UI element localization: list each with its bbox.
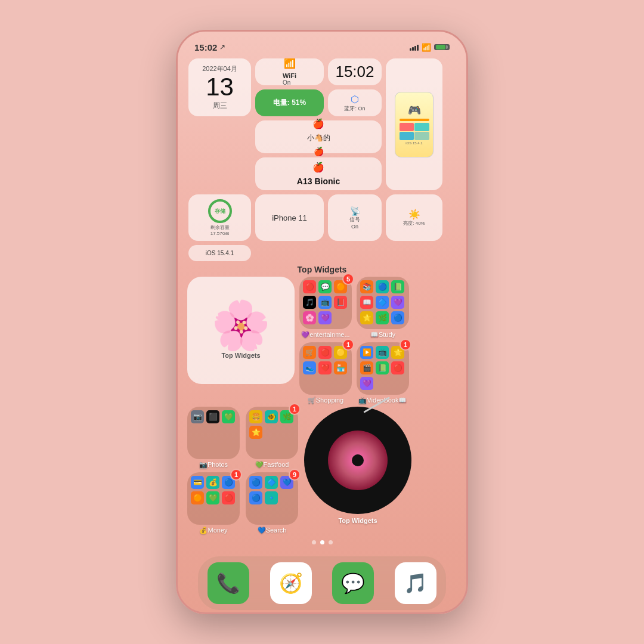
photos-folder[interactable]: 📷 ⬛ 💚 📷Photos [187, 407, 240, 469]
douyin-icon: 🎵 [303, 296, 316, 309]
storage-circle: 存储 [208, 199, 232, 223]
photos5-spacer [206, 426, 219, 439]
app7-icon: 🌸 [303, 311, 316, 324]
apps-row-2: 📷 ⬛ 💚 📷Photos 1 [187, 407, 457, 534]
vb9-spacer [391, 377, 404, 390]
name-widget: 🍎 小🐴的 🍎 [255, 120, 382, 153]
study-video-folders: 📚 🔵 📗 📖 🔷 💜 ⭐ 🌿 🔵 📖Study 1 [357, 277, 409, 404]
page-dot-2[interactable] [320, 540, 324, 544]
photos-money-col: 📷 ⬛ 💚 📷Photos 1 [187, 407, 240, 534]
videobook-folder[interactable]: 1 ▶️ 📺 🌟 🎬 📗 🔴 💜 📺VideoBook📖 [357, 342, 409, 404]
food8-spacer [265, 441, 278, 454]
page-dot-3[interactable] [329, 540, 333, 544]
money7-spacer [191, 507, 204, 520]
search7-spacer [249, 507, 262, 520]
phone-frame: 15:02 ↗ 📶 2022年04月 13 周三 [176, 30, 468, 614]
money1-icon: 💳 [191, 476, 204, 489]
device-name: 小🐴的 [307, 133, 330, 143]
entertainment-badge: 5 [342, 273, 354, 285]
search-folder[interactable]: 9 🔵 🔷 💙 🔵 🔹 💙Search [246, 472, 298, 534]
signal-bars-icon [410, 44, 419, 51]
app8-icon: 💜 [318, 311, 332, 324]
photos4-spacer [191, 426, 204, 439]
vb2-icon: 📺 [376, 346, 389, 359]
study-folder-icon: 📚 🔵 📗 📖 🔷 💜 ⭐ 🌿 🔵 [357, 277, 409, 329]
taobao-icon: 🛒 [303, 346, 316, 359]
storage-label-text: 存储 [215, 208, 225, 215]
search1-icon: 🔵 [249, 476, 262, 489]
search9-spacer [280, 507, 293, 520]
music-disk-col: Top Widgets [304, 407, 411, 524]
fastfood-badge: 1 [289, 403, 301, 415]
music-widget-label: Top Widgets [338, 517, 377, 524]
entertainment-label: 💜entertainme... [301, 331, 349, 339]
fastfood-search-col: 1 🍔 🐠 🌿 ⭐ 💚Fastfood [246, 407, 298, 534]
vb4-icon: 🎬 [360, 361, 373, 374]
dock-music-button[interactable]: 🎵 [395, 562, 436, 604]
cellular-widget: 📡 信号 On [328, 194, 382, 241]
dock-messages-button[interactable]: 💬 [332, 562, 374, 604]
search-badge: 9 [289, 469, 301, 481]
storage-remain: 剩余容量 [210, 224, 230, 231]
shop5-icon: ❤️ [318, 361, 332, 374]
money-folder[interactable]: 1 💳 💰 🔵 🟠 💚 🔴 💰Money [187, 472, 240, 534]
search-label: 💙Search [258, 527, 287, 534]
search4-icon: 🔵 [249, 491, 262, 504]
study-folder[interactable]: 📚 🔵 📗 📖 🔷 💜 ⭐ 🌿 🔵 📖Study [357, 277, 409, 339]
vb8-spacer [376, 377, 389, 390]
photos8-spacer [206, 441, 219, 454]
photos7-spacer [191, 441, 204, 454]
photos2-icon: ⬛ [206, 410, 219, 423]
study2-icon: 🔵 [376, 280, 389, 293]
music-icon: 🎵 [404, 572, 428, 595]
widgets-section: 2022年04月 13 周三 📶 WiFi On 15:02 电量: 51% [178, 55, 466, 261]
study9-icon: 🔵 [391, 311, 404, 324]
page-dot-1[interactable] [312, 540, 316, 544]
status-time: 15:02 [194, 42, 217, 52]
study6-icon: 💜 [391, 296, 404, 309]
cellular-status: On [351, 224, 358, 230]
wifi-widget[interactable]: 📶 WiFi On [255, 58, 324, 85]
fastfood-folder[interactable]: 1 🍔 🐠 🌿 ⭐ 💚Fastfood [246, 407, 298, 469]
disk-inner [328, 431, 388, 490]
shopping-label: 🛒Shopping [308, 397, 344, 404]
bluetooth-widget[interactable]: ⬡ 蓝牙: On [328, 89, 382, 116]
wifi-icon: 📶 [284, 58, 296, 69]
status-bar: 15:02 ↗ 📶 [178, 32, 466, 55]
messages-icon: 💬 [341, 572, 365, 595]
food4-icon: ⭐ [249, 426, 262, 439]
photos9-spacer [222, 441, 235, 454]
date-day: 13 [194, 75, 245, 100]
safari-icon: 🧭 [279, 572, 303, 595]
entertainment-folder-icon: 🔴 💬 🟠 🎵 📺 📕 🌸 💜 [299, 277, 352, 329]
food5-spacer [265, 426, 278, 439]
food7-spacer [249, 441, 262, 454]
cellular-icon: 📡 [350, 206, 360, 216]
time-widget: 15:02 [328, 58, 382, 85]
entertainment-folder[interactable]: 5 🔴 💬 🟠 🎵 📺 📕 🌸 💜 💜entertainme... [299, 277, 352, 339]
photos-folder-icon: 📷 ⬛ 💚 [187, 407, 240, 459]
phone-icon: 📞 [216, 572, 240, 595]
dock-safari-button[interactable]: 🧭 [270, 562, 312, 604]
chip-widget: 🍎 A13 Bionic [255, 157, 382, 190]
videobook-folder-icon: ▶️ 📺 🌟 🎬 📗 🔴 💜 [357, 342, 409, 395]
money6-icon: 🔴 [222, 491, 235, 504]
shop8-spacer [318, 377, 332, 390]
search6-spacer [280, 491, 293, 504]
battery-label: 电量: 51% [273, 98, 306, 108]
music-disk-widget[interactable] [304, 407, 411, 514]
red-icon: 📕 [334, 296, 347, 309]
wifi-status: On [283, 79, 296, 86]
status-icons: 📶 [410, 43, 450, 52]
search-folder-icon: 🔵 🔷 💙 🔵 🔹 [246, 472, 298, 525]
search8-spacer [265, 507, 278, 520]
dock-phone-button[interactable]: 📞 [208, 562, 249, 604]
bluetooth-label: 蓝牙: On [344, 105, 365, 113]
date-year: 2022年04月 [194, 64, 245, 73]
shopping-folder[interactable]: 1 🛒 🔴 🟡 👟 ❤️ 🏪 🛒Shopping [299, 342, 352, 404]
apple-logo: 🍎 [312, 118, 324, 129]
model-widget: iPhone 11 [255, 194, 324, 241]
wifi-label: WiFi [283, 72, 296, 79]
bilibili-icon: 📺 [318, 296, 332, 309]
app9-spacer [334, 311, 347, 324]
